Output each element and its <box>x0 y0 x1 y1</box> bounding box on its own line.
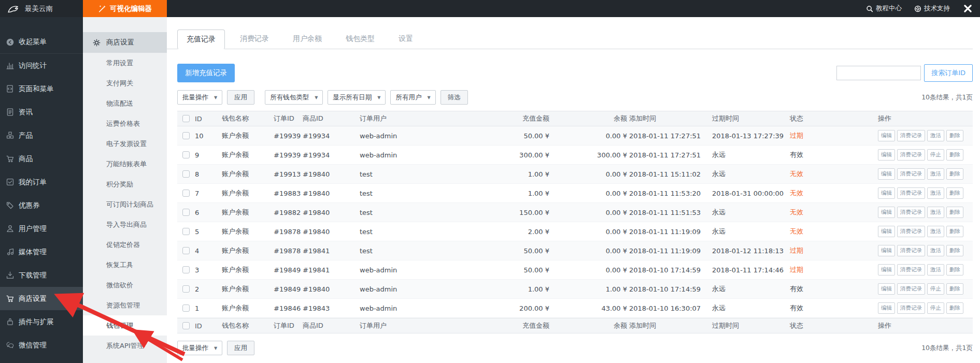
bulk-action-select[interactable]: 批量操作 ▼ <box>177 90 222 105</box>
submenu-item-wallet-management[interactable]: 钱包管理 <box>83 315 167 336</box>
apply-button-bottom[interactable]: 应用 <box>227 341 254 355</box>
row-checkbox[interactable] <box>182 170 190 178</box>
activate-button[interactable]: 激活 <box>927 264 944 275</box>
submenu-item-e-invoice-settings[interactable]: 电子发票设置 <box>83 134 167 154</box>
search-order-button[interactable]: 搜索订单ID <box>924 64 973 82</box>
sidebar-item-pages-and-menus[interactable]: 页面和菜单 <box>0 77 83 100</box>
delete-button[interactable]: 删除 <box>946 149 963 161</box>
submenu-item-common-settings[interactable]: 常用设置 <box>83 53 167 73</box>
submenu-item-system-api-management[interactable]: 系统API管理 <box>83 336 167 356</box>
consume-records-button[interactable]: 消费记录 <box>897 187 925 199</box>
consume-records-button[interactable]: 消费记录 <box>897 264 925 275</box>
row-checkbox[interactable] <box>182 285 190 293</box>
row-checkbox[interactable] <box>182 190 190 197</box>
row-checkbox[interactable] <box>182 132 190 139</box>
edit-button[interactable]: 编辑 <box>878 207 895 218</box>
sidebar-item-products[interactable]: 产品 <box>0 124 83 147</box>
tab-user-balance[interactable]: 用户余额 <box>284 30 331 48</box>
activate-button[interactable]: 激活 <box>927 245 944 256</box>
delete-button[interactable]: 删除 <box>946 207 963 218</box>
consume-records-button[interactable]: 消费记录 <box>897 207 925 218</box>
select-all-checkbox-top[interactable] <box>182 115 190 122</box>
activate-button[interactable]: 激活 <box>927 130 944 141</box>
delete-button[interactable]: 删除 <box>946 130 963 141</box>
submenu-item-payment-gateway[interactable]: 支付网关 <box>83 73 167 93</box>
edit-button[interactable]: 编辑 <box>878 245 895 256</box>
delete-button[interactable]: 删除 <box>946 264 963 275</box>
tab-settings[interactable]: 设置 <box>390 30 422 48</box>
stop-button[interactable]: 停止 <box>927 302 944 314</box>
consume-records-button[interactable]: 消费记录 <box>897 245 925 256</box>
tech-support-link[interactable]: 技术支持 <box>914 4 950 13</box>
site-home-link[interactable]: 最美云南 <box>0 3 83 14</box>
delete-button[interactable]: 删除 <box>946 168 963 180</box>
filter-button[interactable]: 筛选 <box>441 90 468 105</box>
sidebar-item-goods[interactable]: 商品 <box>0 147 83 170</box>
edit-button[interactable]: 编辑 <box>878 264 895 275</box>
row-checkbox[interactable] <box>182 228 190 235</box>
consume-records-button[interactable]: 消费记录 <box>897 302 925 314</box>
row-checkbox[interactable] <box>182 304 190 312</box>
date-select[interactable]: 显示所有日期 ▼ <box>328 90 386 105</box>
row-checkbox[interactable] <box>182 247 190 254</box>
edit-button[interactable]: 编辑 <box>878 302 895 314</box>
sidebar-item-collapse-menu[interactable]: 收起菜单 <box>0 31 83 54</box>
add-recharge-record-button[interactable]: 新增充值记录 <box>177 64 235 82</box>
apply-button[interactable]: 应用 <box>227 90 254 105</box>
submenu-item-logistics-delivery[interactable]: 物流配送 <box>83 93 167 113</box>
submenu-item-promo-pricing[interactable]: 促销定价器 <box>83 235 167 255</box>
tab-recharge-records[interactable]: 充值记录 <box>177 30 225 49</box>
delete-button[interactable]: 删除 <box>946 226 963 237</box>
sidebar-item-user-management[interactable]: 用户管理 <box>0 217 83 240</box>
sidebar-item-wechat-management[interactable]: 微信管理 <box>0 333 83 357</box>
consume-records-button[interactable]: 消费记录 <box>897 168 925 180</box>
edit-button[interactable]: 编辑 <box>878 187 895 199</box>
row-checkbox[interactable] <box>182 266 190 273</box>
submenu-item-resource-package-management[interactable]: 资源包管理 <box>83 295 167 315</box>
sidebar-item-clipped-item[interactable] <box>0 357 83 363</box>
edit-button[interactable]: 编辑 <box>878 130 895 141</box>
sidebar-item-my-orders[interactable]: 我的订单 <box>0 170 83 194</box>
sidebar-item-coupons[interactable]: 优惠券 <box>0 194 83 217</box>
sidebar-item-visit-statistics[interactable]: 访问统计 <box>0 54 83 77</box>
select-all-checkbox-bottom[interactable] <box>182 322 190 329</box>
activate-button[interactable]: 激活 <box>927 207 944 218</box>
submenu-item-universal-checkout-form[interactable]: 万能结账表单 <box>83 154 167 174</box>
sidebar-item-plugins-extensions[interactable]: 插件与扩展 <box>0 310 83 333</box>
submenu-item-wechat-bargain[interactable]: 微信砍价 <box>83 275 167 295</box>
edit-button[interactable]: 编辑 <box>878 283 895 295</box>
consume-records-button[interactable]: 消费记录 <box>897 130 925 141</box>
row-checkbox[interactable] <box>182 209 190 216</box>
search-order-input[interactable] <box>836 66 921 80</box>
edit-button[interactable]: 编辑 <box>878 226 895 237</box>
submenu-item-recovery-tools[interactable]: 恢复工具 <box>83 255 167 275</box>
activate-button[interactable]: 激活 <box>927 168 944 180</box>
wallet-type-select[interactable]: 所有钱包类型 ▼ <box>265 90 323 105</box>
tab-wallet-types[interactable]: 钱包类型 <box>337 30 384 48</box>
bulk-action-select-bottom[interactable]: 批量操作 ▼ <box>177 341 222 355</box>
activate-button[interactable]: 激活 <box>927 187 944 199</box>
visual-editor-button[interactable]: 可视化编辑器 <box>83 0 167 17</box>
edit-button[interactable]: 编辑 <box>878 149 895 161</box>
tutorial-center-link[interactable]: 教程中心 <box>866 4 902 13</box>
sidebar-item-news[interactable]: 资讯 <box>0 100 83 124</box>
submenu-item-subscription-plan-products[interactable]: 可订阅计划商品 <box>83 194 167 214</box>
submenu-item-shipping-price-table[interactable]: 运费价格表 <box>83 113 167 134</box>
consume-records-button[interactable]: 消费记录 <box>897 149 925 161</box>
row-checkbox[interactable] <box>182 151 190 158</box>
consume-records-button[interactable]: 消费记录 <box>897 226 925 237</box>
sidebar-item-store-settings[interactable]: 商店设置 <box>0 287 83 310</box>
close-icon[interactable] <box>963 4 972 13</box>
submenu-item-import-export-products[interactable]: 导入导出商品 <box>83 214 167 235</box>
user-select[interactable]: 所有用户 ▼ <box>390 90 435 105</box>
delete-button[interactable]: 删除 <box>946 283 963 295</box>
delete-button[interactable]: 删除 <box>946 302 963 314</box>
tab-consume-records[interactable]: 消费记录 <box>231 30 278 48</box>
stop-button[interactable]: 停止 <box>927 149 944 161</box>
delete-button[interactable]: 删除 <box>946 245 963 256</box>
sidebar-item-download-management[interactable]: 下载管理 <box>0 264 83 287</box>
delete-button[interactable]: 删除 <box>946 187 963 199</box>
consume-records-button[interactable]: 消费记录 <box>897 283 925 295</box>
stop-button[interactable]: 停止 <box>927 283 944 295</box>
submenu-item-points-reward[interactable]: 积分奖励 <box>83 174 167 194</box>
